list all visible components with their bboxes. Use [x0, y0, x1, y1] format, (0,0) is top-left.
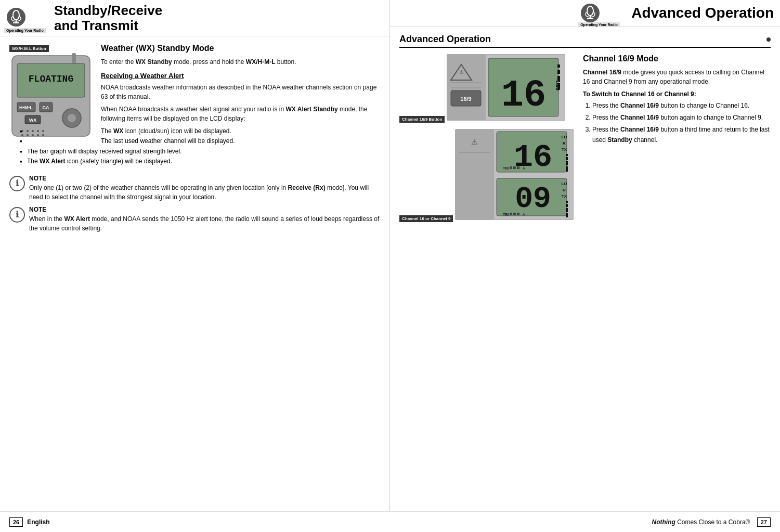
svg-rect-42 — [557, 70, 560, 74]
page-num-left: 26 — [9, 517, 23, 527]
svg-rect-70 — [566, 204, 568, 207]
svg-text:16/9: 16/9 — [460, 96, 471, 102]
footer-comes-close: Comes Close to a Cobra — [675, 518, 746, 526]
wxhml-bold: WX/H-M-L — [246, 58, 276, 66]
adv-mode-title: Channel 16/9 Mode — [583, 54, 771, 63]
switch-title: To Switch to Channel 16 or Channel 9: — [583, 90, 771, 98]
note-title-2: NOTE — [29, 206, 380, 213]
svg-text:⚠: ⚠ — [471, 138, 477, 146]
svg-rect-59 — [510, 166, 512, 169]
wx-alert-standby-bold: WX Alert Standby — [286, 106, 338, 113]
svg-text:R: R — [563, 141, 566, 146]
right-header-title: Advanced Operation — [631, 5, 774, 21]
svg-text:TX: TX — [562, 194, 567, 199]
left-header: Operating Your Radio Standby/Receive and… — [0, 0, 389, 36]
svg-text:LO: LO — [561, 181, 567, 186]
svg-rect-76 — [517, 213, 519, 215]
footer-nothing: Nothing — [652, 518, 675, 526]
svg-rect-72 — [566, 213, 568, 217]
svg-text:TRI: TRI — [503, 213, 509, 216]
svg-rect-69 — [566, 201, 568, 203]
svg-rect-71 — [566, 208, 568, 212]
svg-text:16: 16 — [514, 139, 552, 176]
svg-rect-61 — [517, 166, 519, 169]
footer-registered: ® — [746, 518, 750, 526]
operating-label-right: Operating Your Radio — [578, 22, 620, 27]
left-section-content: WX/H-M-L Button FLOATING — [0, 36, 389, 511]
svg-text:WX: WX — [29, 118, 37, 123]
bullet-item-4: The WX Alert icon (safety triangle) will… — [20, 157, 380, 166]
page-num-right: 27 — [757, 517, 771, 527]
svg-text:FLOATING: FLOATING — [29, 74, 73, 84]
device-label: WX/H-M-L Button — [9, 45, 49, 52]
channel-169-svg: ⚠ 16/9 16 16/9 — [447, 54, 565, 121]
left-title-line1: Standby/Receive — [54, 3, 162, 18]
step-2: Press the Channel 16/9 button again to c… — [592, 113, 771, 123]
svg-text:⚠: ⚠ — [459, 69, 463, 75]
left-title-line2: and Transmit — [54, 18, 162, 33]
note-icon-1: ℹ — [9, 176, 25, 191]
svg-text:CA: CA — [43, 105, 49, 110]
svg-rect-54 — [566, 154, 568, 156]
note-title-1: NOTE — [29, 175, 380, 182]
bullet-item-1: The WX icon (cloud/sun) icon will be dis… — [20, 126, 380, 136]
mic-icon-left — [6, 7, 26, 27]
svg-text:A: A — [523, 166, 525, 170]
footer-right: Nothing Comes Close to a Cobra® 27 — [652, 517, 771, 527]
operating-label-left: Operating Your Radio — [4, 28, 46, 33]
svg-point-15 — [68, 114, 76, 122]
dot-accent — [766, 37, 771, 42]
svg-rect-56 — [566, 161, 568, 165]
svg-text:16: 16 — [501, 74, 546, 117]
adv-section-title: Advanced Operation — [399, 34, 491, 45]
channel-169-bold: Channel 16/9 — [583, 69, 621, 76]
adv-section-header: Advanced Operation — [399, 34, 771, 48]
svg-text:TX: TX — [562, 147, 567, 152]
svg-rect-41 — [557, 64, 560, 68]
step-1: Press the Channel 16/9 button to change … — [592, 101, 771, 111]
svg-rect-55 — [566, 157, 568, 160]
footer-left: 26 English — [9, 517, 50, 527]
note-content-2: NOTE When in the WX Alert mode, and NOAA… — [29, 206, 380, 233]
channel-display-label: Channel 16 or Channel 9 — [399, 215, 453, 222]
svg-text:R: R — [563, 188, 566, 192]
svg-text:H•M•L: H•M•L — [19, 105, 33, 110]
svg-text:09: 09 — [515, 182, 551, 216]
right-panel: Operating Your Radio Advanced Operation … — [390, 0, 780, 511]
step-3: Press the Channel 16/9 button a third ti… — [592, 125, 771, 145]
adv-content: Channel 16/9 Button ⚠ — [399, 54, 771, 223]
channel-btn-label: Channel 16/9 Button — [399, 116, 445, 123]
channel-16-9-svg: ⚠ 16 LO R TX — [455, 129, 574, 220]
svg-text:TRI: TRI — [503, 166, 509, 170]
bullet-item-3: The bar graph will display received sign… — [20, 147, 380, 157]
svg-rect-31 — [447, 54, 486, 121]
note-content-1: NOTE Only one (1) or two (2) of the weat… — [29, 175, 380, 202]
note-box-1: ℹ NOTE Only one (1) or two (2) of the we… — [9, 175, 380, 202]
right-section-content: Advanced Operation Channel 16/9 Button — [390, 27, 780, 511]
svg-rect-44 — [557, 83, 560, 89]
svg-rect-74 — [510, 213, 512, 215]
note-icon-2: ℹ — [9, 207, 25, 223]
svg-text:LO: LO — [561, 135, 567, 139]
bullet-list: The WX icon (cloud/sun) icon will be dis… — [20, 126, 380, 166]
svg-rect-57 — [566, 166, 568, 172]
mic-icon-right — [580, 3, 600, 23]
adv-text-content: Channel 16/9 Mode Channel 16/9 mode give… — [583, 54, 771, 223]
note-text-2: When in the WX Alert mode, and NOAA send… — [29, 214, 380, 233]
svg-text:A: A — [523, 213, 525, 216]
channel-169-mode-label: Channel 16/9 Mode — [583, 54, 658, 63]
channel-169-button-display: Channel 16/9 Button ⚠ — [399, 54, 574, 124]
adv-images: Channel 16/9 Button ⚠ — [399, 54, 574, 223]
right-header: Operating Your Radio Advanced Operation — [390, 0, 780, 27]
note-text-1: Only one (1) or two (2) of the weather c… — [29, 183, 380, 202]
svg-rect-43 — [557, 76, 560, 81]
left-panel: Operating Your Radio Standby/Receive and… — [0, 0, 390, 511]
mode-intro: Channel 16/9 mode gives you quick access… — [583, 68, 771, 86]
wx-standby-bold: WX Standby — [136, 58, 172, 66]
footer-language: English — [27, 518, 49, 526]
svg-rect-75 — [513, 213, 516, 215]
note-box-2: ℹ NOTE When in the WX Alert mode, and NO… — [9, 206, 380, 233]
footer: 26 English Nothing Comes Close to a Cobr… — [0, 511, 780, 532]
channel-16-or-9-display: Channel 16 or Channel 9 ⚠ 16 — [399, 129, 574, 223]
svg-rect-60 — [513, 166, 516, 169]
